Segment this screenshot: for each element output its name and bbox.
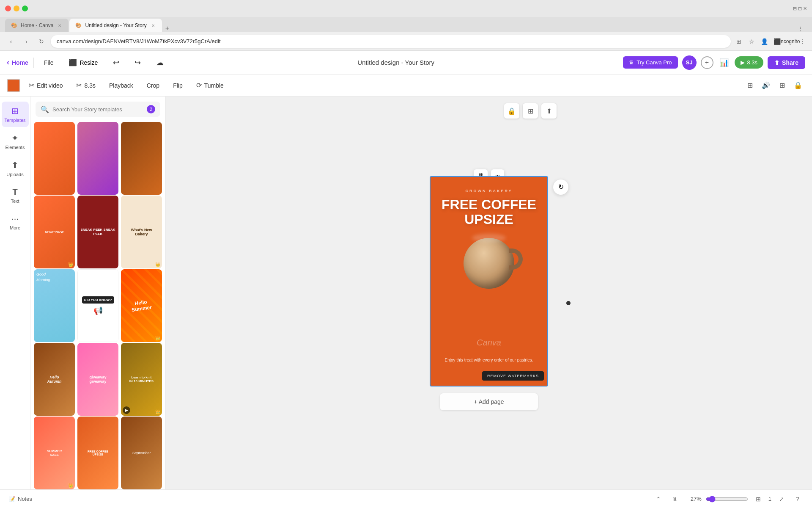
play-button[interactable]: ▶ 8.3s — [735, 56, 764, 69]
tab-close-design[interactable]: ✕ — [150, 22, 156, 28]
new-tab-button[interactable]: + — [163, 25, 172, 32]
flip-button[interactable]: Flip — [168, 80, 188, 91]
reload-button[interactable]: ↻ — [36, 36, 47, 47]
forward-button[interactable]: › — [20, 36, 32, 47]
add-page-button[interactable]: + Add page — [440, 393, 538, 410]
help-icon[interactable]: ? — [792, 493, 804, 505]
template-card[interactable]: DID YOU KNOW? 📢 — [77, 269, 118, 342]
try-pro-button[interactable]: ♛ Try Canva Pro — [623, 56, 678, 69]
crop-button[interactable]: Crop — [142, 80, 165, 91]
zoom-slider[interactable] — [706, 496, 748, 502]
sidebar-item-uploads[interactable]: ⬆ Uploads — [2, 156, 29, 181]
address-input[interactable] — [51, 35, 731, 48]
toolbar: ✂ Edit video ✂ 8.3s Playback Crop Flip ⟳… — [0, 75, 812, 97]
close-button[interactable] — [5, 6, 11, 11]
notes-icon: 📝 — [8, 496, 15, 502]
duration-label: 8.3s — [84, 82, 95, 89]
sidebar-item-elements[interactable]: ✦ Elements — [2, 129, 29, 154]
sidebar-item-more[interactable]: ··· More — [2, 210, 29, 235]
search-input-wrap: 🔍 2 — [36, 102, 160, 117]
template-card[interactable]: HelloAutumn — [34, 343, 75, 416]
playback-label: Playback — [109, 82, 133, 89]
grid-view-icon[interactable]: ⊞ — [752, 493, 764, 505]
duration-button[interactable]: ✂ 8.3s — [71, 79, 100, 92]
file-button[interactable]: File — [39, 57, 59, 69]
browser-chrome: ⊟ ⊡ ✕ 🎨 Home - Canva ✕ 🎨 Untitled design… — [0, 0, 812, 51]
template-panel: 🔍 2 SHOP — [30, 97, 166, 489]
search-badge: 2 — [147, 105, 155, 113]
remove-watermarks-button[interactable]: REMOVE WATERMARKS — [482, 371, 544, 381]
template-grid: SHOP NOW 👑 SNEAK PEEK SNEAK PEEK What's … — [30, 120, 165, 489]
edit-video-button[interactable]: ✂ Edit video — [24, 79, 68, 92]
fullscreen-icon[interactable]: ⤢ — [776, 493, 787, 505]
zoom-level: 27% — [685, 496, 702, 502]
sidebar-item-text[interactable]: T Text — [2, 183, 29, 208]
home-arrow-icon: ‹ — [7, 58, 9, 67]
tabs-bar: 🎨 Home - Canva ✕ 🎨 Untitled design - You… — [0, 17, 812, 32]
volume-icon[interactable]: 🔊 — [759, 78, 773, 93]
share-canvas-icon[interactable]: ⬆ — [541, 103, 557, 119]
share-button[interactable]: ⬆ Share — [768, 56, 805, 69]
template-card[interactable]: What's NewBakery 👑 — [121, 196, 162, 268]
toolbar-right: ⊞ 🔊 ⊞ 🔒 — [743, 78, 805, 93]
grid-icon[interactable]: ⊞ — [775, 78, 789, 93]
template-card[interactable]: SHOP NOW 👑 — [34, 196, 75, 268]
headline: FREE COFFEE UPSIZE — [437, 197, 540, 227]
elements-icon: ✦ — [11, 133, 19, 143]
tab-home[interactable]: 🎨 Home - Canva ✕ — [5, 19, 69, 32]
template-card[interactable]: giveawaygiveaway — [77, 343, 118, 416]
resize-label: Resize — [80, 59, 98, 66]
minimize-button[interactable] — [14, 6, 19, 11]
avatar-button[interactable]: SJ — [682, 55, 697, 70]
template-card[interactable] — [77, 122, 118, 195]
star-icon[interactable]: ☆ — [747, 37, 756, 46]
back-button[interactable]: ‹ — [5, 36, 17, 47]
refresh-button[interactable]: ↻ — [553, 179, 568, 195]
lock-icon[interactable]: 🔒 — [791, 78, 805, 93]
resize-button[interactable]: ⬛ Resize — [63, 56, 103, 69]
color-swatch[interactable] — [7, 79, 20, 92]
template-card[interactable]: FREE COFFEEUPSIZE — [77, 417, 118, 489]
tab-close-home[interactable]: ✕ — [57, 22, 63, 28]
notes-button[interactable]: 📝 Notes — [8, 496, 32, 502]
tumble-button[interactable]: ⟳ Tumble — [191, 79, 229, 92]
template-card[interactable]: GoodMorning — [34, 269, 75, 342]
chevron-up-icon[interactable]: ⌃ — [653, 493, 664, 505]
cast-icon[interactable]: ⊞ — [734, 37, 743, 46]
brand-name: CROWN BAKERY — [465, 189, 512, 193]
lock-canvas-icon[interactable]: 🔒 — [504, 103, 519, 119]
copy-canvas-icon[interactable]: ⊞ — [523, 103, 538, 119]
playback-button[interactable]: Playback — [104, 80, 138, 91]
template-card[interactable] — [34, 122, 75, 195]
undo-button[interactable]: ↩ — [108, 55, 124, 70]
canvas-area: 🔒 ⊞ ⬆ 🗑 ··· CROWN BAKERY FREE COFFEE UPS… — [166, 97, 812, 489]
save-button[interactable]: ☁ — [151, 55, 169, 70]
home-button[interactable]: ‹ Home — [7, 58, 28, 67]
template-card[interactable] — [121, 122, 162, 195]
profile-icon[interactable]: 👤 — [760, 37, 769, 46]
crop-label: Crop — [147, 82, 159, 89]
menu-icon[interactable]: ⋮ — [798, 37, 807, 46]
tab-design[interactable]: 🎨 Untitled design - Your Story ✕ — [69, 19, 162, 32]
maximize-button[interactable] — [22, 6, 28, 11]
search-bar: 🔍 2 — [30, 97, 165, 120]
template-card[interactable]: SUMMERSALE 👑 — [34, 417, 75, 489]
sidebar-item-templates[interactable]: ⊞ Templates — [2, 102, 29, 127]
crown-icon: ♛ — [629, 59, 634, 66]
filter-icon[interactable]: ⊞ — [743, 78, 757, 93]
share-label: Share — [782, 59, 798, 66]
redo-button[interactable]: ↪ — [129, 55, 146, 70]
scissors-icon: ✂ — [29, 81, 34, 89]
crown-icon: 👑 — [155, 336, 160, 340]
template-card[interactable]: SNEAK PEEK SNEAK PEEK — [77, 196, 118, 268]
share-icon: ⬆ — [774, 59, 779, 66]
template-card[interactable]: HelloSummer 👑 — [121, 269, 162, 342]
search-input[interactable] — [52, 106, 143, 113]
fit-icon[interactable]: fit — [669, 493, 680, 505]
plus-button[interactable]: + — [701, 56, 713, 69]
analytics-icon[interactable]: 📊 — [718, 56, 730, 69]
canvas-design[interactable]: CROWN BAKERY FREE COFFEE UPSIZE — [430, 176, 548, 387]
template-card[interactable]: September — [121, 417, 162, 489]
template-card[interactable]: Learn to knitIN 10 MINUTES ▶ 👑 — [121, 343, 162, 416]
sidebar-label-elements: Elements — [5, 145, 25, 150]
